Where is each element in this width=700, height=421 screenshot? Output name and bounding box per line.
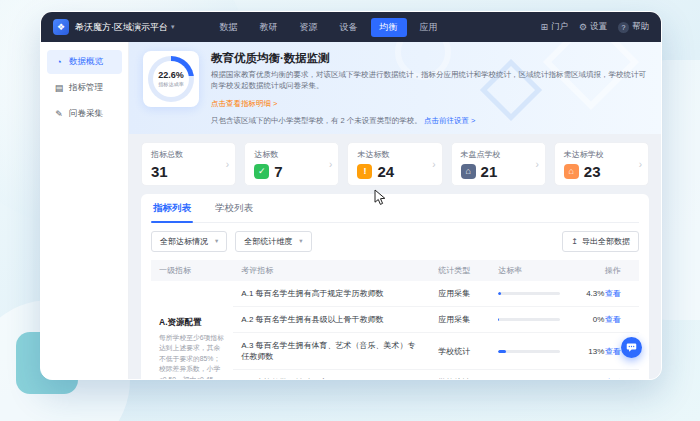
rate-progress-bar bbox=[498, 292, 560, 295]
navbar-right: ⊞ 门户 ⚙ 设置 ? 帮助 bbox=[540, 21, 649, 33]
rate-value: 4.3% bbox=[586, 378, 604, 379]
filter-status-value: 全部达标情况 bbox=[160, 236, 208, 247]
nav-item-research[interactable]: 教研 bbox=[251, 18, 287, 37]
top-navbar: ❖ 希沃魔方·区域演示平台 ▾ 数据 教研 资源 设备 均衡 应用 ⊞ 门户 ⚙… bbox=[41, 12, 661, 42]
brand-title: 希沃魔方·区域演示平台 bbox=[75, 21, 168, 34]
stat-label: 未盘点学校 bbox=[461, 149, 536, 160]
stat-label: 未达标数 bbox=[357, 149, 432, 160]
indicator-link[interactable]: A.4 生均教学及辅助用房面积 bbox=[233, 370, 430, 379]
stat-type: 应用采集 bbox=[430, 306, 490, 332]
sidebar-item-data-overview[interactable]: ◔ 数据概览 bbox=[47, 50, 122, 74]
tab-school-list[interactable]: 学校列表 bbox=[213, 194, 255, 222]
chevron-right-icon: › bbox=[639, 158, 642, 169]
export-all-button[interactable]: ↥ 导出全部数据 bbox=[562, 231, 639, 252]
gear-icon: ⚙ bbox=[579, 22, 587, 32]
sidebar-item-survey-collection[interactable]: ✎ 问卷采集 bbox=[47, 102, 122, 126]
export-label: 导出全部数据 bbox=[582, 236, 630, 247]
nav-item-devices[interactable]: 设备 bbox=[331, 18, 367, 37]
app-window: ❖ 希沃魔方·区域演示平台 ▾ 数据 教研 资源 设备 均衡 应用 ⊞ 门户 ⚙… bbox=[40, 11, 662, 380]
main-content: 22.6% 指标达成率 教育优质均衡·数据监测 根据国家教育优质均衡的要求，对该… bbox=[129, 42, 661, 379]
stat-type: 学校统计 bbox=[430, 332, 490, 369]
rate-value: 0% bbox=[593, 315, 605, 324]
group-cell-resource-allocation: A.资源配置 每所学校至少6项指标达到上述要求，其余不低于要求的85%；校际差异… bbox=[151, 281, 233, 380]
stat-type: 应用采集 bbox=[430, 281, 490, 307]
warning-doc-icon: ! bbox=[357, 164, 372, 179]
nav-item-apps[interactable]: 应用 bbox=[411, 18, 447, 37]
page: { "colors": { "accent": "#2e6bff", "oran… bbox=[0, 0, 700, 421]
stat-label: 达标数 bbox=[254, 149, 329, 160]
pie-chart-icon: ◔ bbox=[54, 57, 64, 67]
chevron-right-icon: › bbox=[432, 158, 435, 169]
school-icon: ⌂ bbox=[461, 164, 476, 179]
overview-info: 教育优质均衡·数据监测 根据国家教育优质均衡的要求，对该区域下学校进行数据统计，… bbox=[211, 51, 647, 110]
goto-settings-link[interactable]: 点击前往设置 > bbox=[424, 116, 475, 125]
indicator-link[interactable]: A.1 每百名学生拥有高于规定学历教师数 bbox=[233, 281, 430, 307]
stat-value: 7 bbox=[274, 164, 282, 179]
tab-indicator-list[interactable]: 指标列表 bbox=[151, 194, 193, 222]
scope-note: 只包含该区域下的中小学类型学校，有 2 个未设置类型的学校。 点击前往设置 > bbox=[211, 116, 647, 126]
filter-dimension-value: 全部统计维度 bbox=[244, 236, 292, 247]
export-icon: ↥ bbox=[571, 237, 578, 246]
nav-item-balance[interactable]: 均衡 bbox=[371, 18, 407, 37]
stat-type: 学校统计 bbox=[430, 370, 490, 379]
view-link[interactable]: 查看 bbox=[605, 378, 621, 379]
indicator-link[interactable]: A.3 每百名学生拥有体育、艺术（音乐、美术）专任教师数 bbox=[233, 332, 430, 369]
table-header-row: 一级指标 考评指标 统计类型 达标率 操作 bbox=[151, 260, 639, 281]
indicator-link[interactable]: A.2 每百名学生拥有县级以上骨干教师数 bbox=[233, 306, 430, 332]
stat-card-未盘点学校[interactable]: 未盘点学校 › ⌂ 21 bbox=[451, 142, 546, 186]
primary-nav: 数据 教研 资源 设备 均衡 应用 bbox=[211, 18, 447, 37]
achievement-gauge-card: 22.6% 指标达成率 bbox=[143, 51, 199, 107]
rate-value: 13% bbox=[588, 347, 604, 356]
brand-caret-icon[interactable]: ▾ bbox=[171, 23, 175, 31]
stat-value: 21 bbox=[481, 164, 498, 179]
view-link[interactable]: 查看 bbox=[605, 347, 621, 356]
col-header-action: 操作 bbox=[597, 260, 639, 281]
stat-cards-row: 指标总数 › 31 达标数 › ✓ 7 未达标数 › bbox=[141, 142, 649, 186]
rate-value: 4.3% bbox=[586, 289, 604, 298]
sidebar-item-label: 数据概览 bbox=[69, 56, 103, 68]
gauge-value: 22.6% bbox=[158, 71, 184, 81]
app-body: ◔ 数据概览 ▤ 指标管理 ✎ 问卷采集 bbox=[41, 42, 661, 379]
filter-status-select[interactable]: 全部达标情况 ▾ bbox=[151, 231, 227, 252]
table-row: A.资源配置 每所学校至少6项指标达到上述要求，其余不低于要求的85%；校际差异… bbox=[151, 281, 639, 307]
group-name: A.资源配置 bbox=[159, 317, 225, 329]
stat-value: 23 bbox=[584, 164, 601, 179]
col-header-indicator: 考评指标 bbox=[233, 260, 430, 281]
help-button[interactable]: ? 帮助 bbox=[618, 21, 649, 33]
sidebar-item-indicator-management[interactable]: ▤ 指标管理 bbox=[47, 76, 122, 100]
brand-logo-icon: ❖ bbox=[53, 19, 69, 35]
nav-item-resources[interactable]: 资源 bbox=[291, 18, 327, 37]
chat-button[interactable] bbox=[621, 337, 642, 358]
help-icon: ? bbox=[618, 22, 629, 33]
stat-card-total-indicators[interactable]: 指标总数 › 31 bbox=[141, 142, 236, 186]
col-header-level1: 一级指标 bbox=[151, 260, 233, 281]
rate-cell: 13% bbox=[498, 347, 604, 356]
settings-button[interactable]: ⚙ 设置 bbox=[579, 21, 607, 33]
col-header-rate: 达标率 bbox=[490, 260, 596, 281]
stat-card-未达标数[interactable]: 未达标数 › ! 24 bbox=[347, 142, 442, 186]
chevron-right-icon: › bbox=[329, 158, 332, 169]
nav-item-data[interactable]: 数据 bbox=[211, 18, 247, 37]
view-link[interactable]: 查看 bbox=[605, 289, 621, 298]
overview-header-panel: 22.6% 指标达成率 教育优质均衡·数据监测 根据国家教育优质均衡的要求，对该… bbox=[129, 42, 661, 134]
indicator-detail-link[interactable]: 点击查看指标明细 > bbox=[211, 99, 277, 109]
view-link[interactable]: 查看 bbox=[605, 315, 621, 324]
page-description: 根据国家教育优质均衡的要求，对该区域下学校进行数据统计，指标分应用统计和学校统计… bbox=[211, 69, 647, 92]
stat-card-达标数[interactable]: 达标数 › ✓ 7 bbox=[244, 142, 339, 186]
filter-dimension-select[interactable]: 全部统计维度 ▾ bbox=[235, 231, 311, 252]
group-description: 每所学校至少6项指标达到上述要求，其余不低于要求的85%；校际差异系数，小学≤0… bbox=[159, 333, 225, 379]
page-title: 教育优质均衡·数据监测 bbox=[211, 51, 647, 66]
school-icon: ⌂ bbox=[564, 164, 579, 179]
list-tabs: 指标列表 学校列表 bbox=[151, 194, 639, 223]
chevron-right-icon: › bbox=[226, 158, 229, 169]
achievement-gauge: 22.6% 指标达成率 bbox=[153, 61, 189, 97]
filter-row: 全部达标情况 ▾ 全部统计维度 ▾ ↥ 导出全部数据 bbox=[151, 223, 639, 260]
chevron-down-icon: ▾ bbox=[299, 237, 302, 245]
indicator-table: 一级指标 考评指标 统计类型 达标率 操作 A.资源配置 每所学校至少6项指标达… bbox=[151, 260, 639, 380]
chat-bubble-icon bbox=[626, 342, 637, 353]
pencil-icon: ✎ bbox=[54, 109, 64, 119]
portal-button[interactable]: ⊞ 门户 bbox=[540, 21, 568, 33]
stat-card-未达标学校[interactable]: 未达标学校 › ⌂ 23 bbox=[554, 142, 649, 186]
sidebar-item-label: 问卷采集 bbox=[69, 108, 103, 120]
stat-label: 未达标学校 bbox=[564, 149, 639, 160]
